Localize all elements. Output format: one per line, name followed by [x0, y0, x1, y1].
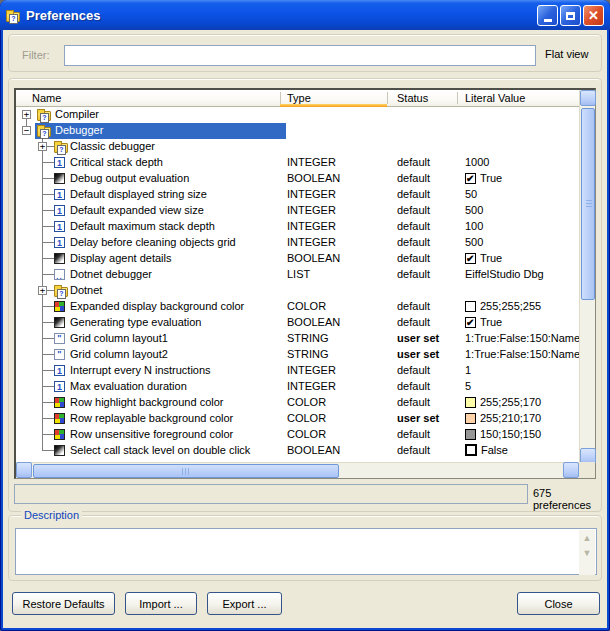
- maximize-icon: [566, 12, 575, 20]
- description-textarea[interactable]: ▲ ▼: [15, 528, 597, 575]
- collapse-icon[interactable]: −: [22, 126, 31, 135]
- column-header-name[interactable]: Name: [32, 92, 61, 104]
- column-header-literal-value[interactable]: Literal Value: [465, 92, 525, 104]
- horizontal-scrollbar[interactable]: [16, 462, 580, 478]
- preference-name: Delay before cleaning objects grid: [70, 236, 236, 248]
- color-icon: [54, 301, 65, 312]
- preference-row[interactable]: Row unsensitive foreground colorCOLORdef…: [16, 427, 580, 443]
- preference-status: default: [397, 220, 430, 232]
- color-swatch[interactable]: [465, 301, 476, 312]
- preferences-grid: Name Type Status Literal Value +Compiler…: [14, 88, 596, 479]
- preference-name: Default maximum stack depth: [70, 220, 215, 232]
- preference-type: COLOR: [287, 300, 326, 312]
- string-icon: [54, 349, 65, 360]
- preference-row[interactable]: Max evaluation durationINTEGERdefault5: [16, 379, 580, 395]
- title-bar[interactable]: Preferences ✕: [0, 0, 610, 30]
- vertical-scroll-thumb[interactable]: [581, 108, 595, 300]
- preference-row[interactable]: Select call stack level on double clickB…: [16, 443, 580, 459]
- preference-status: user set: [397, 412, 439, 424]
- description-label: Description: [21, 509, 82, 521]
- maximize-button[interactable]: [560, 5, 581, 26]
- vertical-scrollbar[interactable]: [579, 90, 595, 465]
- integer-icon: [54, 381, 65, 392]
- preference-type: BOOLEAN: [287, 172, 340, 184]
- list-icon: [54, 269, 65, 280]
- boolean-icon: [54, 253, 65, 264]
- preference-row[interactable]: Default maximum stack depthINTEGERdefaul…: [16, 219, 580, 235]
- horizontal-scroll-thumb[interactable]: [33, 464, 339, 478]
- tree-line: [42, 338, 54, 339]
- preference-status: default: [397, 204, 430, 216]
- chevron-down-icon[interactable]: ▼: [579, 545, 595, 560]
- scroll-up-button[interactable]: [580, 90, 596, 106]
- preference-name: Grid column layout2: [70, 348, 168, 360]
- preference-row[interactable]: Row replayable background colorCOLORuser…: [16, 411, 580, 427]
- preference-row[interactable]: Debug output evaluationBOOLEANdefaultTru…: [16, 171, 580, 187]
- preferences-window: Preferences ✕ Filter: Flat view Name Typ…: [0, 0, 610, 631]
- preference-type: COLOR: [287, 428, 326, 440]
- scroll-left-button[interactable]: [16, 462, 32, 478]
- column-separator: [280, 92, 281, 104]
- flat-view-button[interactable]: Flat view: [545, 48, 588, 60]
- checkbox-checked-icon[interactable]: [465, 253, 476, 264]
- preference-status: default: [397, 172, 430, 184]
- checkbox-checked-icon[interactable]: [465, 317, 476, 328]
- preference-status: default: [397, 444, 430, 456]
- filter-input[interactable]: [64, 45, 536, 66]
- preference-type: STRING: [287, 332, 329, 344]
- preference-row[interactable]: Delay before cleaning objects gridINTEGE…: [16, 235, 580, 251]
- preference-name: Debugger: [55, 124, 103, 136]
- import-button[interactable]: Import ...: [125, 592, 197, 615]
- preference-row[interactable]: Grid column layout2STRINGuser set1:True:…: [16, 347, 580, 363]
- preference-row[interactable]: +Classic debugger: [16, 139, 580, 155]
- preference-row[interactable]: Row highlight background colorCOLORdefau…: [16, 395, 580, 411]
- export-button[interactable]: Export ...: [207, 592, 282, 615]
- preference-status: default: [397, 156, 430, 168]
- color-icon: [54, 413, 65, 424]
- column-header-status[interactable]: Status: [397, 92, 428, 104]
- preference-row[interactable]: Dotnet debuggerLISTdefaultEiffelStudio D…: [16, 267, 580, 283]
- close-dialog-button[interactable]: Close: [517, 592, 600, 615]
- preference-status: default: [397, 252, 430, 264]
- color-icon: [54, 397, 65, 408]
- preference-row[interactable]: Generating type evaluationBOOLEANdefault…: [16, 315, 580, 331]
- preference-row[interactable]: −Debugger: [16, 123, 580, 139]
- expand-icon[interactable]: +: [22, 110, 31, 119]
- preference-status: default: [397, 364, 430, 376]
- chevron-up-icon[interactable]: ▲: [579, 530, 595, 545]
- color-swatch[interactable]: [465, 397, 476, 408]
- close-button[interactable]: ✕: [583, 5, 604, 26]
- preference-literal-value: 500: [465, 204, 483, 216]
- preference-row[interactable]: Default expanded view sizeINTEGERdefault…: [16, 203, 580, 219]
- scroll-right-button[interactable]: [563, 462, 579, 478]
- preference-status: default: [397, 236, 430, 248]
- folder-icon: [54, 143, 68, 153]
- color-swatch[interactable]: [465, 413, 476, 424]
- color-swatch[interactable]: [465, 429, 476, 440]
- preference-literal-value: True: [480, 172, 502, 184]
- expand-icon[interactable]: +: [38, 142, 47, 151]
- preference-row[interactable]: Display agent detailsBOOLEANdefaultTrue: [16, 251, 580, 267]
- checkbox-unchecked-icon[interactable]: [465, 444, 477, 456]
- window-title: Preferences: [26, 8, 100, 23]
- preference-type: INTEGER: [287, 220, 336, 232]
- preference-literal-value: 255;210;170: [480, 412, 541, 424]
- expand-icon[interactable]: +: [38, 286, 47, 295]
- checkbox-checked-icon[interactable]: [465, 173, 476, 184]
- dialog-client-area: Filter: Flat view Name Type Status Liter…: [3, 30, 607, 628]
- preference-type: INTEGER: [287, 380, 336, 392]
- restore-defaults-button[interactable]: Restore Defaults: [12, 592, 115, 615]
- preference-row[interactable]: +Dotnet: [16, 283, 580, 299]
- preference-status: default: [397, 396, 430, 408]
- preference-row[interactable]: Grid column layout1STRINGuser set1:True:…: [16, 331, 580, 347]
- preference-row[interactable]: Expanded display background colorCOLORde…: [16, 299, 580, 315]
- tree-line: [42, 258, 54, 259]
- preference-row[interactable]: Critical stack depthINTEGERdefault1000: [16, 155, 580, 171]
- tree-line: [42, 418, 54, 419]
- column-header-type[interactable]: Type: [287, 92, 311, 104]
- preference-row[interactable]: Interrupt every N instructionsINTEGERdef…: [16, 363, 580, 379]
- preference-row[interactable]: +Compiler: [16, 107, 580, 123]
- minimize-button[interactable]: [537, 5, 558, 26]
- preference-row[interactable]: Default displayed string sizeINTEGERdefa…: [16, 187, 580, 203]
- preference-type: BOOLEAN: [287, 252, 340, 264]
